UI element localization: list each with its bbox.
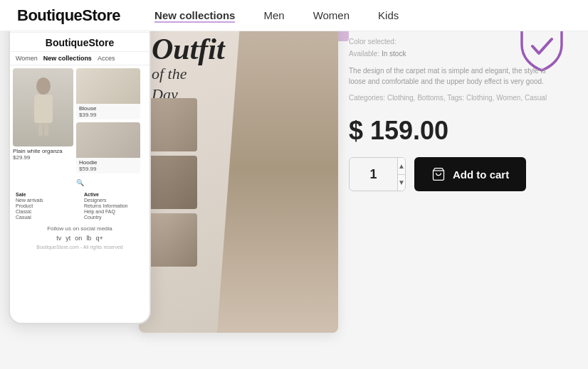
collage-main: Outfit of theDay: [139, 6, 338, 333]
mobile-nav-acces[interactable]: Acces: [98, 55, 115, 62]
product-info-panel: Fashion women's clothing Color selected:…: [349, 14, 548, 191]
model-silhouette: [19, 75, 68, 139]
outfit-title: Outfit of theDay: [152, 34, 225, 105]
mobile-footer-casual[interactable]: Casual: [16, 215, 75, 220]
mobile-main-product-figure: [13, 68, 73, 146]
outfit-thumbnails: [147, 98, 197, 267]
mobile-hoodie-image: [76, 122, 140, 158]
mobile-copyright: BoutiqueStore.com - All rights reserved: [10, 245, 149, 252]
svg-point-0: [36, 77, 51, 95]
mobile-hoodie-product[interactable]: Hoodie $59.99: [76, 122, 140, 173]
mobile-footer-country[interactable]: Country: [84, 215, 144, 220]
mobile-hoodie-label: Hoodie: [79, 159, 137, 166]
nav-item-kids[interactable]: Kids: [378, 9, 399, 22]
outfit-collage: Outfit of theDay: [139, 6, 338, 333]
nav-item-new-collections[interactable]: New collections: [154, 9, 235, 22]
nav-item-women[interactable]: Women: [313, 9, 350, 22]
mobile-footer-links: Sale Active New arrivals Designers Produ…: [10, 189, 149, 223]
product-tags: Categories: Clothing, Bottoms, Tags: Clo…: [349, 94, 548, 102]
nav-item-men[interactable]: Men: [263, 9, 284, 22]
product-meta: Color selected: Available: In stock: [349, 36, 548, 60]
nav-links: New collections Men Women Kids: [154, 9, 399, 22]
mobile-social-on[interactable]: on: [75, 235, 82, 242]
product-tags-label: Categories:: [349, 94, 385, 102]
mobile-hoodie-price: $59.99: [79, 166, 137, 172]
nav-link-new-collections[interactable]: New collections: [154, 9, 235, 23]
mobile-footer-active: Active: [84, 192, 144, 197]
mobile-social-section: Follow us on social media tv yt on lb q+: [10, 223, 149, 245]
product-available-value: In stock: [382, 50, 406, 58]
nav-link-kids[interactable]: Kids: [378, 9, 399, 21]
nav-link-women[interactable]: Women: [313, 9, 350, 21]
top-navigation: BoutiqueStore New collections Men Women …: [0, 0, 588, 31]
product-tags-values: Clothing, Bottoms, Tags: Clothing, Women…: [387, 94, 547, 102]
mobile-blouse-image: [76, 68, 140, 104]
mobile-footer-new-arrivals[interactable]: New arrivals: [16, 198, 75, 203]
mobile-blouse-product[interactable]: Blouse $39.99: [76, 68, 140, 119]
mobile-right-column: Blouse $39.99 Hoodie $59.99: [76, 68, 140, 173]
product-available-label: Available:: [349, 50, 379, 58]
quantity-arrows[interactable]: ▲ ▼: [397, 158, 405, 191]
mobile-blouse-label: Blouse: [79, 105, 137, 112]
mobile-nav: Women New collections Acces: [10, 52, 149, 65]
mobile-products: Plain white organza $29.99 Blouse $39.99…: [10, 65, 149, 176]
mobile-social-q[interactable]: q+: [95, 235, 103, 242]
brand-logo: BoutiqueStore: [17, 6, 120, 25]
cart-icon: [431, 167, 446, 181]
svg-rect-2: [38, 123, 43, 136]
add-to-cart-button[interactable]: Add to cart: [414, 157, 526, 191]
mobile-main-product-label: Plain white organza: [13, 148, 73, 154]
mobile-blouse-info: Blouse $39.99: [76, 104, 140, 119]
mobile-search-bottom[interactable]: 🔍: [10, 176, 149, 189]
mobile-main-product[interactable]: Plain white organza $29.99: [13, 68, 73, 173]
product-color-label: Color selected:: [349, 38, 397, 46]
mobile-nav-new-collections[interactable]: New collections: [43, 55, 92, 62]
product-color-meta: Color selected:: [349, 36, 548, 48]
mobile-brand-logo: BoutiqueStore: [10, 33, 149, 52]
product-available-meta: Available: In stock: [349, 48, 548, 60]
quantity-value: 1: [350, 167, 397, 182]
mobile-footer-product[interactable]: Product: [16, 203, 75, 208]
mobile-main-product-image: [13, 68, 73, 146]
outfit-word: Outfit: [152, 34, 225, 64]
mobile-footer-helpfaq[interactable]: Help and FAQ: [84, 209, 144, 214]
mobile-social-yt[interactable]: yt: [65, 235, 70, 242]
mobile-social-icons: tv yt on lb q+: [13, 235, 147, 242]
mobile-blouse-price: $39.99: [79, 112, 137, 118]
quantity-up-button[interactable]: ▲: [398, 158, 405, 175]
svg-rect-1: [34, 95, 53, 123]
mobile-main-product-price: $29.99: [13, 154, 73, 161]
outfit-thumb-1: [147, 98, 197, 151]
outfit-thumb-3: [147, 213, 197, 267]
outfit-thumb-2: [147, 156, 197, 209]
mobile-mockup: 🔍 +1 123-456-789 ♥ Favorites BoutiqueSto…: [9, 11, 151, 324]
mobile-social-lb[interactable]: lb: [86, 235, 91, 242]
nav-link-men[interactable]: Men: [263, 9, 284, 21]
svg-rect-3: [44, 123, 48, 136]
mobile-social-label: Follow us on social media: [13, 225, 147, 232]
model-figure: [217, 6, 338, 333]
product-description: The design of the carpet mat is simple a…: [349, 65, 548, 87]
product-price: $ 159.00: [349, 116, 548, 146]
cart-row: 1 ▲ ▼ Add to cart: [349, 157, 548, 191]
quantity-control[interactable]: 1 ▲ ▼: [349, 157, 406, 191]
mobile-footer-designers[interactable]: Designers: [84, 198, 144, 203]
mobile-footer-sale: Sale: [16, 192, 75, 197]
mobile-nav-women[interactable]: Women: [16, 55, 38, 62]
mobile-hoodie-info: Hoodie $59.99: [76, 158, 140, 173]
quantity-down-button[interactable]: ▼: [398, 175, 405, 191]
mobile-footer-classic[interactable]: Classic: [16, 209, 75, 214]
add-to-cart-label: Add to cart: [453, 169, 509, 181]
mobile-search-icon-bottom: 🔍: [76, 179, 84, 186]
mobile-social-tv[interactable]: tv: [56, 235, 61, 242]
mobile-footer-returns[interactable]: Returns Information: [84, 203, 144, 208]
